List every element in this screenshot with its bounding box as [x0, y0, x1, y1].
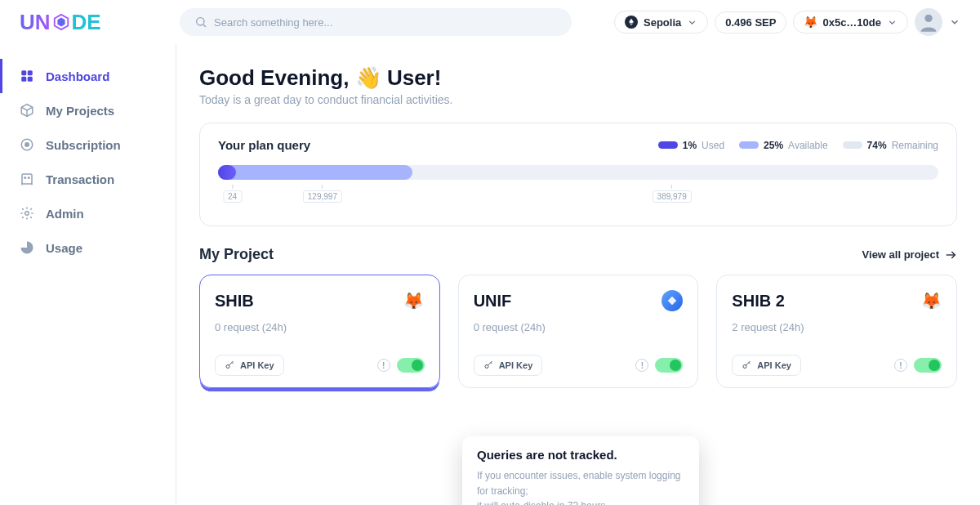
info-icon[interactable]: ! — [635, 359, 648, 372]
arrow-right-icon — [944, 248, 957, 261]
svg-line-3 — [203, 25, 206, 27]
page-title: Good Evening, 👋 User! — [199, 65, 957, 91]
project-card[interactable]: SHIB 2 🦊 2 request (24h) API Key ! — [716, 275, 957, 388]
svg-point-28 — [743, 365, 746, 369]
svg-rect-14 — [22, 174, 32, 184]
project-requests: 0 request (24h) — [474, 321, 684, 333]
legend-remaining: 74% Remaining — [843, 140, 938, 151]
page-subtitle: Today is a great day to conduct financia… — [199, 93, 957, 106]
chevron-down-icon — [887, 17, 898, 28]
svg-rect-7 — [21, 70, 26, 75]
project-toggle[interactable] — [397, 358, 425, 373]
view-all-projects-link[interactable]: View all project — [862, 248, 957, 261]
project-requests: 0 request (24h) — [215, 321, 425, 333]
sidebar-item-usage[interactable]: Usage — [0, 230, 176, 265]
tick-total: 389,979 — [653, 185, 692, 203]
network-selector[interactable]: Sepolia — [614, 11, 708, 34]
projects-heading: My Project — [199, 246, 274, 263]
brand-logo[interactable]: UN DE — [20, 10, 167, 35]
logo-hex-icon — [52, 13, 70, 31]
wallet-selector[interactable]: 🦊 0x5c…10de — [793, 11, 908, 34]
gear-icon — [20, 206, 34, 221]
project-icon: 🦊 — [920, 290, 942, 311]
project-icon — [662, 290, 683, 311]
swatch-used — [658, 141, 678, 149]
profile-avatar[interactable] — [915, 8, 942, 36]
key-icon — [483, 360, 493, 370]
sidebar-label: Dashboard — [46, 69, 109, 83]
tick-used: 24 — [223, 185, 242, 203]
svg-point-21 — [226, 365, 229, 369]
balance-value: 0.496 SEP — [725, 16, 776, 29]
tooltip-title: Queries are not tracked. — [477, 448, 684, 462]
sidebar-label: Usage — [46, 241, 82, 255]
project-name: UNIF — [474, 292, 512, 311]
project-card[interactable]: SHIB 🦊 0 request (24h) API Key ! — [199, 275, 440, 388]
chevron-down-icon[interactable] — [949, 16, 960, 28]
search-input[interactable]: Search something here... — [180, 8, 572, 36]
project-name: SHIB 2 — [732, 292, 784, 311]
bar-used — [218, 165, 236, 180]
project-toggle[interactable] — [655, 358, 683, 373]
plan-title: Your plan query — [218, 138, 310, 152]
sidebar-item-transaction[interactable]: Transaction — [0, 162, 176, 196]
legend-used: 1% Used — [658, 140, 724, 151]
balance-display: 0.496 SEP — [715, 11, 786, 34]
svg-point-6 — [924, 15, 932, 22]
svg-rect-8 — [28, 70, 33, 75]
api-key-button[interactable]: API Key — [215, 355, 284, 376]
project-requests: 2 request (24h) — [732, 321, 942, 333]
legend-available: 25% Available — [739, 140, 828, 151]
project-card[interactable]: UNIF 0 request (24h) API Key ! — [458, 275, 699, 388]
pie-icon — [20, 240, 34, 255]
ethereum-icon — [625, 16, 638, 29]
sidebar-label: My Projects — [46, 104, 114, 118]
sidebar-item-dashboard[interactable]: Dashboard — [0, 59, 176, 93]
api-key-button[interactable]: API Key — [474, 355, 543, 376]
tracking-tooltip: Queries are not tracked. If you encounte… — [462, 436, 699, 505]
info-icon[interactable]: ! — [377, 359, 390, 372]
wallet-address: 0x5c…10de — [822, 16, 881, 29]
info-icon[interactable]: ! — [894, 359, 907, 372]
sidebar-label: Admin — [46, 207, 84, 221]
svg-marker-4 — [629, 19, 634, 24]
box-icon — [20, 103, 34, 118]
tooltip-body: If you encounter issues, enable system l… — [477, 468, 684, 505]
svg-rect-9 — [21, 77, 26, 82]
key-icon — [742, 360, 751, 370]
sidebar-label: Subscription — [46, 138, 121, 152]
api-key-button[interactable]: API Key — [732, 355, 801, 376]
transaction-icon — [20, 172, 34, 186]
project-toggle[interactable] — [914, 358, 942, 373]
metamask-icon: 🦊 — [804, 16, 817, 29]
dashboard-icon — [20, 69, 34, 83]
svg-rect-10 — [28, 77, 33, 82]
search-icon — [194, 16, 207, 29]
chevron-down-icon — [687, 17, 697, 28]
key-icon — [225, 360, 234, 370]
swatch-remaining — [843, 141, 862, 149]
svg-point-25 — [485, 365, 488, 369]
project-name: SHIB — [215, 292, 254, 311]
sidebar: Dashboard My Projects Subscription Trans… — [0, 44, 176, 505]
network-name: Sepolia — [644, 16, 681, 29]
bar-available — [218, 165, 412, 180]
logo-text-left: UN — [20, 10, 51, 35]
logo-text-right: DE — [72, 10, 101, 35]
tick-available: 129,997 — [303, 185, 342, 203]
sidebar-item-my-projects[interactable]: My Projects — [0, 93, 176, 127]
svg-point-13 — [25, 143, 29, 147]
svg-point-19 — [25, 212, 29, 216]
svg-line-27 — [491, 363, 492, 364]
svg-marker-1 — [57, 18, 65, 27]
sidebar-item-subscription[interactable]: Subscription — [0, 127, 176, 162]
swatch-available — [739, 141, 759, 149]
sidebar-item-admin[interactable]: Admin — [0, 196, 176, 230]
sidebar-label: Transaction — [46, 172, 114, 186]
svg-marker-24 — [668, 297, 677, 306]
plan-progress-bar — [218, 165, 938, 180]
svg-point-16 — [29, 177, 30, 179]
svg-line-23 — [232, 363, 234, 364]
svg-point-15 — [24, 177, 26, 179]
plan-usage-card: Your plan query 1% Used 25% Available — [199, 123, 957, 226]
